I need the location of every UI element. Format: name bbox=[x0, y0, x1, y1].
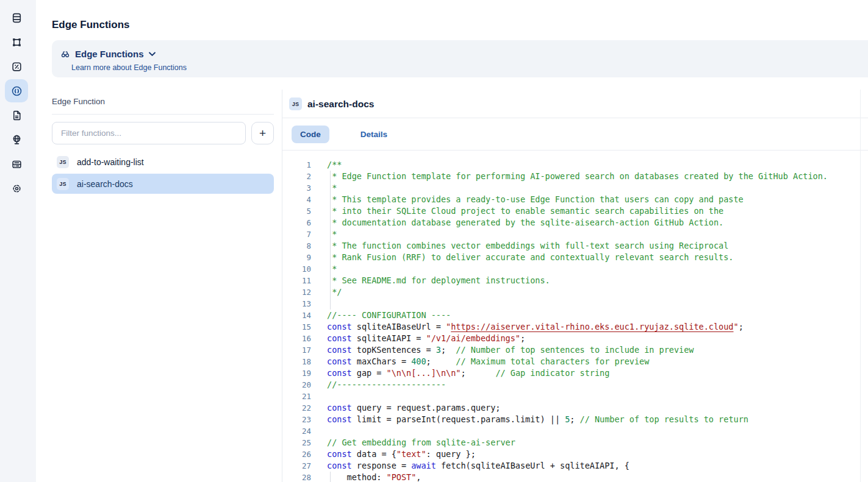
line-number: 5 bbox=[282, 205, 311, 217]
line-number: 6 bbox=[282, 217, 311, 229]
rail-item-code-square[interactable] bbox=[5, 55, 28, 78]
line-number: 23 bbox=[282, 414, 311, 425]
code-line-content: * bbox=[327, 263, 337, 275]
code-line: 16const sqliteAIAPI = "/v1/ai/embeddings… bbox=[282, 333, 860, 344]
code-line: 4 * This template provides a ready-to-us… bbox=[282, 194, 860, 205]
function-list: JSadd-to-waiting-listJSai-search-docs bbox=[52, 152, 274, 196]
rail-item-settings[interactable] bbox=[5, 177, 28, 200]
code-line: 5 * into their SQLite Cloud project to e… bbox=[282, 205, 860, 217]
code-line-content: const maxChars = 400; // Maximum total c… bbox=[327, 356, 649, 367]
function-list-item-add-to-waiting-list[interactable]: JSadd-to-waiting-list bbox=[52, 152, 274, 172]
line-number: 4 bbox=[282, 194, 311, 205]
rail-item-globe[interactable] bbox=[5, 128, 28, 151]
code-line: 23const limit = parseInt(request.params.… bbox=[282, 414, 860, 425]
line-number: 13 bbox=[282, 298, 311, 310]
code-line-content: //---------------------- bbox=[327, 379, 446, 391]
tab-details[interactable]: Details bbox=[352, 126, 396, 143]
code-line-content: const gap = "\n\n[...]\n\n"; // Gap indi… bbox=[327, 367, 609, 379]
rail-item-server[interactable] bbox=[5, 152, 28, 175]
code-line: 3 * bbox=[282, 182, 860, 194]
js-badge: JS bbox=[289, 97, 302, 110]
line-number: 8 bbox=[282, 240, 311, 252]
line-number: 28 bbox=[282, 472, 311, 482]
add-function-button[interactable]: + bbox=[251, 122, 274, 144]
line-number: 20 bbox=[282, 379, 311, 391]
code-line-content: * This template provides a ready-to-use … bbox=[327, 194, 744, 205]
code-line-content: // Get embedding from sqlite-ai-server bbox=[327, 437, 515, 448]
code-line-content: * into their SQLite Cloud project to ena… bbox=[327, 205, 723, 217]
filter-functions-input[interactable] bbox=[52, 122, 246, 144]
line-number: 27 bbox=[282, 460, 311, 472]
rail-item-database[interactable] bbox=[5, 6, 28, 29]
line-number: 14 bbox=[282, 310, 311, 321]
indent-guide bbox=[330, 171, 331, 182]
indent-guide bbox=[330, 205, 331, 217]
indent-guide bbox=[330, 275, 331, 286]
tabs-divider bbox=[282, 150, 868, 151]
indent-guide bbox=[330, 229, 331, 240]
code-square-icon bbox=[11, 61, 23, 73]
learn-more-link[interactable]: Learn more about Edge Functions bbox=[71, 63, 187, 72]
rail-item-file[interactable] bbox=[5, 104, 28, 127]
line-number: 7 bbox=[282, 229, 311, 240]
rail-item-frame[interactable] bbox=[5, 30, 28, 54]
panel-label: Edge Function bbox=[52, 97, 105, 106]
code-line: 8 * The function combines vector embeddi… bbox=[282, 240, 860, 252]
tab-code[interactable]: Code bbox=[292, 126, 329, 143]
code-line-content: * documentation database generated by th… bbox=[327, 217, 723, 229]
rail-item-edge-functions[interactable] bbox=[5, 79, 28, 102]
function-name-label: ai-search-docs bbox=[77, 179, 133, 189]
line-number: 25 bbox=[282, 437, 311, 448]
indent-guide bbox=[330, 240, 331, 252]
code-line-content: method: "POST", bbox=[327, 472, 421, 482]
banner-title: Edge Functions bbox=[75, 49, 144, 59]
line-number: 19 bbox=[282, 367, 311, 379]
function-name-label: add-to-waiting-list bbox=[77, 157, 144, 167]
function-title: ai-search-docs bbox=[307, 99, 374, 110]
code-line: 27const response = await fetch(sqliteAIB… bbox=[282, 460, 860, 472]
line-number: 9 bbox=[282, 252, 311, 263]
indent-guide bbox=[330, 252, 331, 263]
chevron-down-icon bbox=[149, 52, 156, 57]
header-divider bbox=[282, 118, 868, 118]
code-line-content: const limit = parseInt(request.params.li… bbox=[327, 414, 748, 425]
line-number: 12 bbox=[282, 286, 311, 298]
panel-divider bbox=[52, 114, 274, 115]
code-line: 26const data = {"text": query }; bbox=[282, 448, 860, 460]
function-list-item-ai-search-docs[interactable]: JSai-search-docs bbox=[52, 174, 274, 194]
code-line-content: const sqliteAIAPI = "/v1/ai/embeddings"; bbox=[327, 333, 525, 344]
app-window: Edge Functions Edge Functions Learn more… bbox=[0, 0, 868, 482]
indent-guide bbox=[330, 217, 331, 229]
code-line-content: */ bbox=[327, 286, 342, 298]
js-badge: JS bbox=[57, 156, 69, 168]
code-editor[interactable]: 1/**2 * Edge Function template for perfo… bbox=[282, 159, 860, 482]
code-line: 7 * bbox=[282, 229, 860, 240]
settings-gear-icon bbox=[11, 183, 23, 194]
line-number: 11 bbox=[282, 275, 311, 286]
file-icon bbox=[11, 110, 23, 121]
code-line-content: * See README.md for deployment instructi… bbox=[327, 275, 550, 286]
line-number: 1 bbox=[282, 159, 311, 171]
frame-icon bbox=[11, 37, 23, 48]
line-number: 17 bbox=[282, 344, 311, 356]
edge-functions-banner: Edge Functions Learn more about Edge Fun… bbox=[52, 40, 868, 77]
indent-guide bbox=[330, 298, 331, 310]
edge-functions-dropdown[interactable]: Edge Functions bbox=[60, 49, 156, 59]
code-line: 6 * documentation database generated by … bbox=[282, 217, 860, 229]
code-line: 19const gap = "\n\n[...]\n\n"; // Gap in… bbox=[282, 367, 860, 379]
code-line: 18const maxChars = 400; // Maximum total… bbox=[282, 356, 860, 367]
code-line-content: const response = await fetch(sqliteAIBas… bbox=[327, 460, 629, 472]
line-number: 18 bbox=[282, 356, 311, 367]
indent-guide bbox=[330, 472, 331, 482]
code-line-content: /** bbox=[327, 159, 342, 171]
code-line-content: * bbox=[327, 182, 337, 194]
code-line-content: //---- CONFIGURATION ---- bbox=[327, 310, 451, 321]
line-number: 22 bbox=[282, 402, 311, 414]
code-line: 15const sqliteAIBaseUrl = "https://aiser… bbox=[282, 321, 860, 333]
code-line: 12 */ bbox=[282, 286, 860, 298]
code-line-content: * Edge Function template for performing … bbox=[327, 171, 828, 182]
code-line-content: const data = {"text": query }; bbox=[327, 448, 476, 460]
edge-functions-icon bbox=[11, 85, 23, 97]
code-line-content: * bbox=[327, 229, 337, 240]
code-line-content: const query = request.params.query; bbox=[327, 402, 500, 414]
